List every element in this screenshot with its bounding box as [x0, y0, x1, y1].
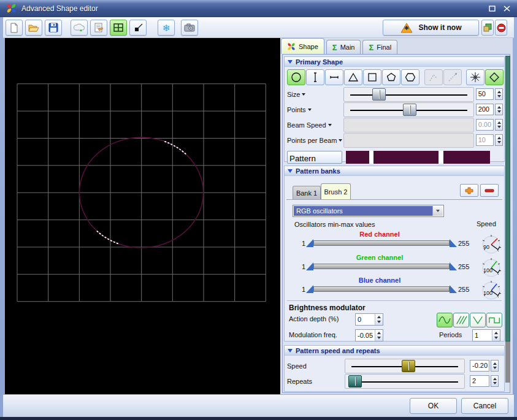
red-speed-knob[interactable]: 90 [479, 233, 504, 256]
spin-up-icon[interactable] [497, 106, 501, 109]
pattern-speed-header[interactable]: Pattern speed and repeats [285, 346, 504, 356]
titlebar[interactable]: Advanced Shape editor [0, 0, 517, 17]
size-slider[interactable] [343, 87, 473, 102]
save-button[interactable] [45, 20, 62, 36]
modulation-freq-input[interactable]: -0.05 [355, 329, 383, 342]
cancel-button[interactable]: Cancel [461, 398, 508, 414]
point-line-button[interactable] [129, 20, 147, 36]
square-wave-button[interactable] [486, 313, 502, 327]
beam-speed-spinner[interactable] [495, 119, 503, 131]
points-spinner[interactable] [495, 104, 503, 115]
camera-button[interactable] [181, 20, 198, 36]
green-speed-knob[interactable]: 100 [479, 256, 504, 280]
beam-speed-label[interactable]: Beam Speed [287, 121, 343, 129]
sine-wave-button[interactable] [437, 313, 453, 327]
spin-up-icon[interactable] [494, 332, 498, 334]
green-max-handle[interactable] [450, 262, 457, 270]
open-folder-button[interactable] [25, 20, 42, 36]
preview-canvas[interactable] [5, 38, 280, 394]
spin-up-icon[interactable] [377, 316, 381, 318]
hexagon-shape-button[interactable] [401, 69, 419, 85]
horizontal-line-shape-button[interactable] [325, 69, 343, 85]
cloud-upload-button[interactable] [71, 20, 88, 36]
maximize-button[interactable] [486, 3, 497, 13]
action-depth-spinner[interactable] [375, 314, 383, 325]
spin-down-icon[interactable] [493, 382, 497, 384]
oscillator-type-dropdown[interactable]: RGB oscillators [293, 205, 444, 217]
primary-shape-header[interactable]: Primary Shape [285, 57, 504, 67]
show-it-now-button[interactable]: Show it now [383, 20, 479, 36]
green-min-handle[interactable] [306, 262, 313, 270]
points-slider[interactable] [343, 102, 473, 117]
bank-tab-1[interactable]: Bank 1 [293, 186, 321, 199]
dropdown-arrow-button[interactable] [432, 206, 443, 216]
points-label[interactable]: Points [287, 106, 343, 113]
properties-button[interactable] [90, 20, 107, 36]
periods-input[interactable]: 1 [472, 329, 500, 342]
repeats-spinner[interactable] [491, 375, 499, 387]
triangle-wave-button[interactable] [470, 313, 486, 327]
points-slider-thumb[interactable] [403, 104, 416, 116]
tab-shape[interactable]: Shape [281, 38, 324, 54]
pattern-button[interactable]: Pattern [287, 151, 342, 164]
periods-value[interactable]: 1 [473, 330, 492, 341]
spin-down-icon[interactable] [493, 367, 497, 369]
speed-slider[interactable] [345, 359, 465, 373]
size-value[interactable]: 50 [476, 88, 494, 100]
starburst-shape-button[interactable] [466, 69, 484, 85]
blue-speed-knob[interactable]: 100 [479, 279, 504, 302]
close-button[interactable] [501, 3, 512, 13]
ok-button[interactable]: OK [410, 398, 457, 414]
size-spinner[interactable] [495, 88, 503, 100]
size-slider-thumb[interactable] [372, 88, 386, 101]
points-per-beam-spinner[interactable] [495, 134, 503, 146]
green-range-bar[interactable] [313, 264, 450, 269]
spin-up-icon[interactable] [497, 91, 501, 93]
points-per-beam-label[interactable]: Points per Beam [287, 137, 343, 144]
spin-down-icon[interactable] [494, 337, 498, 339]
freeze-button[interactable]: ❄ [158, 20, 175, 36]
pentagon-shape-button[interactable] [382, 69, 400, 85]
layers-button[interactable] [481, 20, 494, 36]
action-depth-value[interactable]: 0 [356, 314, 375, 325]
size-label[interactable]: Size [287, 91, 343, 98]
scrollbar-thumb[interactable] [505, 56, 510, 342]
spin-up-icon[interactable] [497, 137, 501, 139]
red-max-handle[interactable] [450, 239, 457, 247]
spin-up-icon[interactable] [493, 362, 497, 365]
spin-down-icon[interactable] [497, 126, 501, 128]
add-bank-button[interactable] [460, 184, 478, 197]
speed-value[interactable]: -0.20 [470, 360, 489, 372]
action-depth-input[interactable]: 0 [355, 313, 383, 326]
stop-button[interactable] [495, 20, 507, 36]
red-min-handle[interactable] [306, 239, 313, 247]
spin-down-icon[interactable] [497, 110, 501, 113]
remove-bank-button[interactable] [480, 184, 499, 197]
modulation-freq-spinner[interactable] [375, 330, 383, 341]
spin-down-icon[interactable] [377, 337, 381, 339]
speed-spinner[interactable] [491, 360, 499, 372]
spin-up-icon[interactable] [377, 332, 381, 334]
repeats-value[interactable]: 2 [470, 375, 489, 387]
speed-slider-thumb[interactable] [402, 360, 415, 372]
spin-up-icon[interactable] [497, 121, 501, 124]
tab-final[interactable]: Σ Final [362, 40, 397, 54]
repeats-slider[interactable] [345, 374, 465, 389]
vertical-line-shape-button[interactable] [306, 69, 324, 85]
new-file-button[interactable] [6, 20, 23, 36]
triangle-shape-button[interactable] [344, 69, 362, 85]
spin-up-icon[interactable] [493, 378, 497, 380]
blue-range-bar[interactable] [313, 286, 450, 292]
repeats-slider-thumb[interactable] [348, 375, 362, 388]
blue-max-handle[interactable] [450, 285, 457, 293]
red-range-bar[interactable] [313, 240, 450, 246]
square-shape-button[interactable] [363, 69, 381, 85]
spin-down-icon[interactable] [497, 95, 501, 97]
periods-spinner[interactable] [492, 330, 500, 341]
bank-tab-brush-2[interactable]: Brush 2 [321, 183, 351, 199]
circle-shape-button[interactable] [287, 69, 305, 85]
spin-down-icon[interactable] [497, 141, 501, 143]
sawtooth-wave-button[interactable] [453, 313, 469, 327]
panel-scrollbar[interactable] [505, 56, 510, 383]
pattern-preview-bar[interactable] [346, 151, 490, 164]
